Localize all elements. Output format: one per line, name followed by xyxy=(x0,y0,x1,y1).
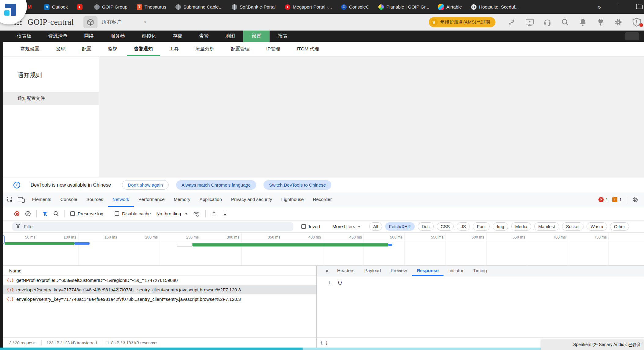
subnav-traffic-analysis[interactable]: 流量分析 xyxy=(187,42,223,56)
bookmark-submarine-cable[interactable]: Submarine Cable... xyxy=(175,4,223,10)
subnav-ip-management[interactable]: IP管理 xyxy=(258,42,289,56)
search-icon[interactable] xyxy=(561,18,569,27)
bookmark-consolec[interactable]: C ConsoleC xyxy=(341,4,369,10)
format-response-icon[interactable]: { } xyxy=(320,340,328,345)
subnav-configuration[interactable]: 配置 xyxy=(74,42,100,56)
disable-cache-checkbox[interactable]: Disable cache xyxy=(115,211,151,216)
network-conditions-icon[interactable] xyxy=(193,211,200,217)
headset-icon[interactable] xyxy=(543,18,552,27)
nav-alerts[interactable]: 告警 xyxy=(191,31,217,42)
chip-doc[interactable]: Doc xyxy=(418,222,434,231)
nav-storage[interactable]: 存储 xyxy=(164,31,191,42)
chip-font[interactable]: Font xyxy=(473,222,490,231)
all-bookmarks-folder-icon[interactable] xyxy=(636,4,643,10)
chip-socket[interactable]: Socket xyxy=(562,222,583,231)
console-errors-badge[interactable]: ✕ 1 xyxy=(598,192,608,207)
nav-reports[interactable]: 报表 xyxy=(270,31,296,42)
chip-css[interactable]: CSS xyxy=(437,222,454,231)
dont-show-again-button[interactable]: Don't show again xyxy=(122,180,169,190)
nav-map[interactable]: 地图 xyxy=(217,31,243,42)
nav-settings[interactable]: 设置 xyxy=(243,31,270,42)
devtools-tab-network[interactable]: Network xyxy=(108,192,134,207)
request-row-envelope-2[interactable]: {:} envelope/?sentry_key=717748ac148e4f8… xyxy=(3,294,316,304)
devtools-tab-elements[interactable]: Elements xyxy=(28,192,56,207)
devtools-tab-privacy[interactable]: Privacy and security xyxy=(226,192,277,207)
bookmark-gmail[interactable]: M xyxy=(27,4,35,10)
bookmark-outlook[interactable]: o Outlook xyxy=(44,4,68,10)
nav-dashboard[interactable]: 仪表板 xyxy=(9,31,40,42)
preserve-log-input[interactable] xyxy=(70,211,75,216)
subnav-general[interactable]: 常规设置 xyxy=(12,42,48,56)
details-tab-response[interactable]: Response xyxy=(412,266,443,276)
devtools-settings-gear-icon[interactable] xyxy=(630,192,640,207)
gear-icon[interactable] xyxy=(614,18,623,27)
devtools-tab-performance[interactable]: Performance xyxy=(134,192,169,207)
chip-all[interactable]: All xyxy=(369,222,382,231)
license-alert-shield-icon[interactable] xyxy=(632,18,644,27)
chip-other[interactable]: Other xyxy=(610,222,629,231)
ams-expired-badge[interactable]: ♛ 年维护服务(AMS)已过期 xyxy=(429,17,496,27)
filter-input[interactable] xyxy=(23,224,290,229)
filter-funnel-icon[interactable] xyxy=(42,211,48,217)
search-network-icon[interactable] xyxy=(53,211,59,217)
devtools-tab-memory[interactable]: Memory xyxy=(169,192,195,207)
screen-share-icon[interactable] xyxy=(525,18,534,27)
devtools-tab-application[interactable]: Application xyxy=(195,192,226,207)
match-chrome-language-button[interactable]: Always match Chrome's language xyxy=(176,180,256,190)
subnav-itom-agent[interactable]: ITOM 代理 xyxy=(289,42,328,56)
import-har-icon[interactable] xyxy=(211,211,217,217)
clear-network-log-icon[interactable] xyxy=(25,211,31,217)
sidebar-item-notification-profiles[interactable]: 通知配置文件 xyxy=(3,92,99,105)
nav-network[interactable]: 网络 xyxy=(76,31,102,42)
devtools-tab-lighthouse[interactable]: Lighthouse xyxy=(277,192,308,207)
chip-fetch-xhr[interactable]: Fetch/XHR xyxy=(385,222,415,231)
details-tab-preview[interactable]: Preview xyxy=(386,266,412,276)
bookmark-goip-group[interactable]: GOIP Group xyxy=(94,4,127,10)
chip-img[interactable]: Img xyxy=(493,222,508,231)
export-har-icon[interactable] xyxy=(222,211,228,217)
details-tab-timing[interactable]: Timing xyxy=(468,266,491,276)
issues-badge[interactable]: ! 1 xyxy=(612,192,622,207)
bookmark-planable[interactable]: Planable | GOIP Gr... xyxy=(378,4,429,10)
bell-icon[interactable] xyxy=(579,18,587,27)
subnav-discovery[interactable]: 发现 xyxy=(48,42,74,56)
request-table-header[interactable]: Name xyxy=(3,266,316,275)
record-network-log-icon[interactable] xyxy=(14,211,20,217)
devtools-tab-recorder[interactable]: Recorder xyxy=(308,192,337,207)
nav-inventory[interactable]: 资源清单 xyxy=(40,31,76,42)
details-tab-headers[interactable]: Headers xyxy=(332,266,359,276)
nav-virtualization[interactable]: 虚拟化 xyxy=(133,31,164,42)
bookmark-airtable[interactable]: Airtable xyxy=(438,4,462,10)
request-row-getnprofile[interactable]: {:} getNProfile?profileID=603&selCustome… xyxy=(3,275,316,285)
plug-icon[interactable] xyxy=(596,18,605,27)
bookmarks-overflow-chevron[interactable]: » xyxy=(598,3,601,10)
request-row-envelope-1[interactable]: {:} envelope/?sentry_key=717748ac148e4f8… xyxy=(3,285,316,294)
invert-input[interactable] xyxy=(301,224,306,229)
subnav-monitoring[interactable]: 监视 xyxy=(100,42,126,56)
customer-selector[interactable]: 所有客户 ▾ xyxy=(83,16,146,28)
bookmark-hootsuite[interactable]: oo Hootsuite: Scedul... xyxy=(471,4,519,10)
details-tab-initiator[interactable]: Initiator xyxy=(443,266,468,276)
subnav-alert-notification[interactable]: 告警通知 xyxy=(126,42,161,56)
details-tab-payload[interactable]: Payload xyxy=(359,266,386,276)
device-toolbar-icon[interactable] xyxy=(17,192,26,207)
chip-wasm[interactable]: Wasm xyxy=(587,222,607,231)
subnav-tools[interactable]: 工具 xyxy=(161,42,187,56)
bookmark-megaport[interactable]: ▲ Megaport Portal -... xyxy=(285,4,332,10)
disable-cache-input[interactable] xyxy=(115,211,119,216)
more-filters-button[interactable]: More filters ▾ xyxy=(333,224,360,229)
name-column-header[interactable]: Name xyxy=(9,268,21,273)
throttling-select[interactable]: No throttling ▾ xyxy=(156,211,187,216)
nav-server[interactable]: 服务器 xyxy=(102,31,133,42)
devtools-tab-console[interactable]: Console xyxy=(56,192,82,207)
bookmark-softbank-eportal[interactable]: SoftBank e-Portal xyxy=(232,4,276,10)
subnav-config-management[interactable]: 配置管理 xyxy=(223,42,258,56)
inspect-element-icon[interactable] xyxy=(6,192,15,207)
devtools-tab-sources[interactable]: Sources xyxy=(82,192,108,207)
chip-media[interactable]: Media xyxy=(511,222,532,231)
preserve-log-checkbox[interactable]: Preserve log xyxy=(70,211,103,216)
rocket-icon[interactable] xyxy=(508,18,516,27)
close-details-icon[interactable]: × xyxy=(322,266,332,276)
chip-manifest[interactable]: Manifest xyxy=(534,222,559,231)
chip-js[interactable]: JS xyxy=(457,222,470,231)
